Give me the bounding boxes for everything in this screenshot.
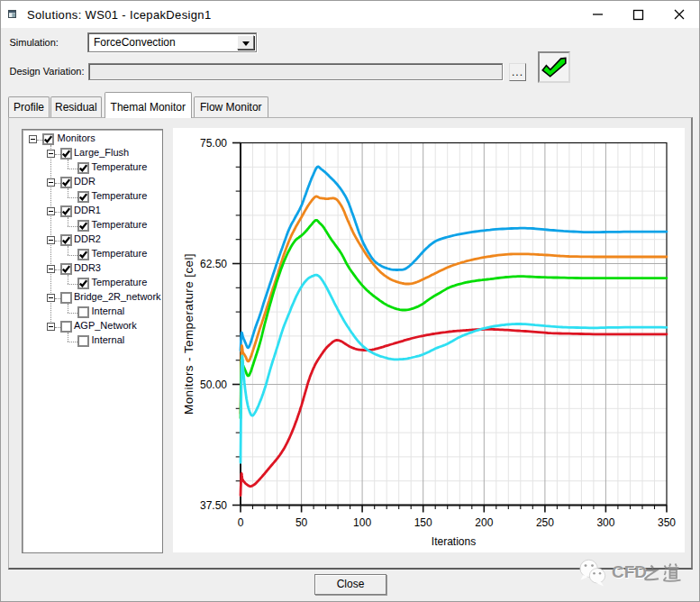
svg-text:50.00: 50.00 bbox=[200, 379, 227, 391]
svg-text:150: 150 bbox=[414, 516, 432, 529]
svg-text:Iterations: Iterations bbox=[432, 535, 476, 548]
svg-text:300: 300 bbox=[596, 516, 614, 529]
svg-text:200: 200 bbox=[475, 516, 493, 529]
svg-text:350: 350 bbox=[658, 516, 676, 529]
svg-text:100: 100 bbox=[353, 516, 371, 529]
svg-text:Monitors - Temperature [cel]: Monitors - Temperature [cel] bbox=[182, 253, 195, 415]
svg-text:75.00: 75.00 bbox=[200, 137, 227, 150]
svg-text:62.50: 62.50 bbox=[200, 258, 227, 270]
svg-text:250: 250 bbox=[536, 516, 554, 529]
svg-text:37.50: 37.50 bbox=[200, 499, 227, 512]
svg-text:50: 50 bbox=[295, 516, 308, 529]
svg-text:0: 0 bbox=[238, 516, 244, 529]
